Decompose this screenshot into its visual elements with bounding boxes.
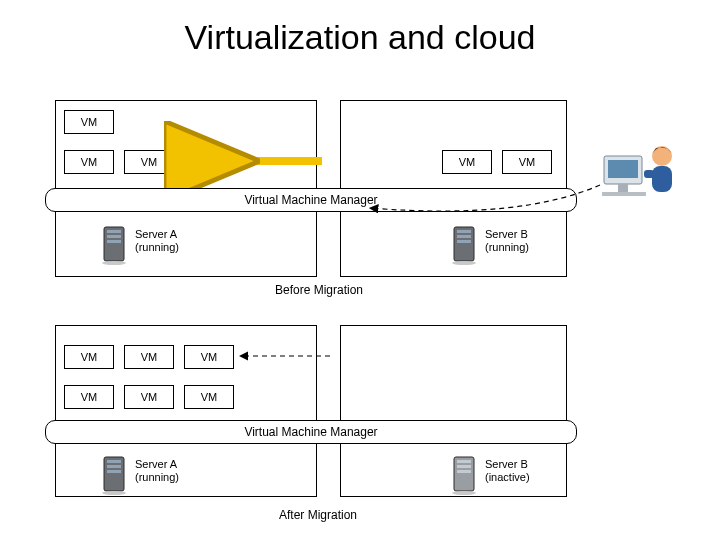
vm-box: VM [184,345,234,369]
svg-point-31 [452,491,476,495]
svg-rect-5 [107,240,121,243]
vm-box: VM [184,150,234,174]
server-icon [450,225,478,265]
vm-box: VM [502,150,552,174]
vm-box: VM [124,150,174,174]
stage-label-after: After Migration [258,508,378,522]
svg-rect-17 [652,166,672,192]
svg-rect-25 [107,470,121,473]
vm-box: VM [64,345,114,369]
svg-point-26 [102,491,126,495]
svg-point-11 [452,261,476,265]
svg-rect-30 [457,470,471,473]
server-icon [450,455,478,495]
page-title: Virtualization and cloud [0,18,720,57]
svg-rect-23 [107,460,121,463]
server-a-label-after: Server A(running) [135,458,179,484]
svg-rect-13 [608,160,638,178]
server-b-label: Server B(running) [485,228,529,254]
vm-box: VM [124,345,174,369]
svg-rect-28 [457,460,471,463]
vmm-bar: Virtual Machine Manager [45,420,577,444]
user-icon [600,140,682,214]
svg-rect-18 [644,170,654,178]
svg-rect-3 [107,230,121,233]
stage-label-before: Before Migration [258,282,380,298]
vm-box: VM [64,110,114,134]
vm-box: VM [442,150,492,174]
svg-point-16 [652,146,672,166]
svg-rect-10 [457,240,471,243]
server-b-label-after: Server B(inactive) [485,458,530,484]
vm-box: VM [64,385,114,409]
svg-rect-9 [457,235,471,238]
svg-rect-29 [457,465,471,468]
svg-rect-4 [107,235,121,238]
vmm-bar: Virtual Machine Manager [45,188,577,212]
svg-rect-14 [618,184,628,192]
svg-point-6 [102,261,126,265]
server-icon [100,455,128,495]
server-icon [100,225,128,265]
svg-rect-15 [602,192,646,196]
vm-box: VM [124,385,174,409]
vm-box: VM [184,385,234,409]
svg-rect-24 [107,465,121,468]
server-a-label: Server A(running) [135,228,179,254]
svg-rect-8 [457,230,471,233]
vm-box: VM [64,150,114,174]
